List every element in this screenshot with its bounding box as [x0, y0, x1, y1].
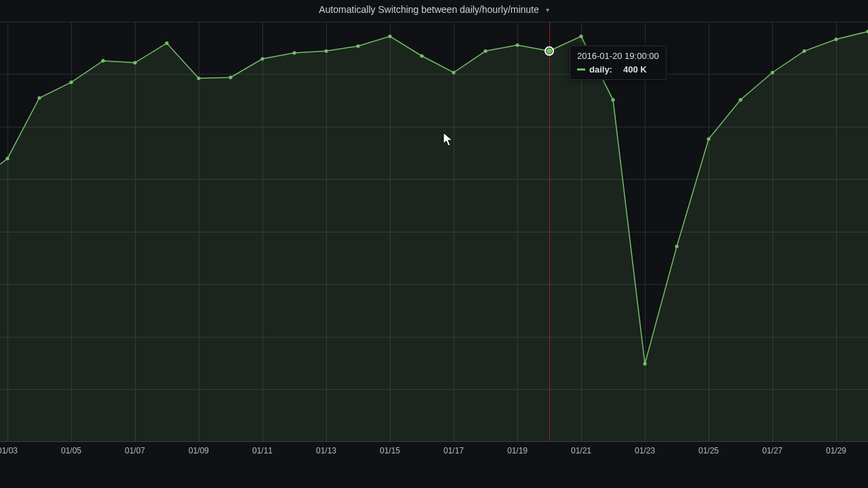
svg-point-30 — [197, 77, 200, 80]
chevron-down-icon: ▾ — [546, 6, 549, 14]
tooltip-swatch — [577, 68, 585, 70]
x-tick-label: 01/19 — [507, 446, 528, 455]
chart-svg[interactable] — [0, 22, 868, 442]
svg-point-39 — [484, 49, 487, 53]
tooltip: 2016-01-20 19:00:00 daily: 400 K — [570, 45, 667, 80]
x-tick-label: 01/05 — [61, 446, 81, 455]
x-axis: 01/0301/0501/0701/0901/1101/1301/1501/17… — [0, 446, 868, 461]
tooltip-series-label: daily: — [589, 64, 612, 76]
svg-point-42 — [579, 35, 583, 38]
x-tick-label: 01/15 — [380, 446, 400, 455]
x-tick-label: 01/21 — [571, 446, 591, 455]
svg-point-52 — [547, 48, 552, 54]
svg-point-33 — [292, 52, 296, 55]
svg-point-29 — [165, 41, 168, 45]
x-tick-label: 01/27 — [762, 446, 783, 455]
svg-point-46 — [707, 137, 710, 140]
svg-point-35 — [356, 44, 359, 47]
x-tick-label: 01/29 — [826, 446, 846, 455]
svg-point-32 — [260, 57, 264, 60]
tooltip-time: 2016-01-20 19:00:00 — [577, 50, 659, 62]
svg-point-34 — [324, 49, 328, 53]
x-tick-label: 01/03 — [0, 446, 18, 455]
svg-point-24 — [5, 157, 9, 160]
svg-point-27 — [101, 59, 104, 62]
x-tick-label: 01/13 — [316, 446, 336, 455]
svg-point-40 — [515, 43, 519, 47]
x-tick-label: 01/17 — [443, 446, 464, 455]
x-tick-label: 01/09 — [189, 446, 209, 455]
tooltip-value: 400 K — [623, 64, 647, 76]
svg-point-25 — [37, 96, 41, 100]
svg-point-47 — [738, 98, 742, 102]
svg-point-50 — [834, 37, 837, 41]
x-tick-label: 01/07 — [125, 446, 145, 455]
x-tick-label: 01/11 — [252, 446, 273, 455]
svg-point-37 — [420, 54, 423, 58]
svg-point-36 — [388, 35, 391, 38]
svg-point-45 — [675, 245, 678, 248]
svg-point-26 — [69, 81, 73, 84]
svg-point-38 — [452, 70, 455, 74]
x-tick-label: 01/25 — [698, 446, 719, 455]
panel-title[interactable]: Automatically Switching between daily/ho… — [0, 4, 868, 15]
svg-point-49 — [802, 49, 806, 53]
series-area — [0, 31, 868, 442]
svg-point-44 — [643, 362, 646, 365]
plot-area[interactable] — [0, 22, 868, 442]
chart-panel: Automatically Switching between daily/ho… — [0, 0, 868, 488]
svg-point-43 — [611, 98, 614, 102]
x-tick-label: 01/23 — [635, 446, 655, 455]
panel-title-text: Automatically Switching between daily/ho… — [319, 4, 539, 15]
svg-point-48 — [770, 70, 774, 74]
svg-point-31 — [229, 76, 232, 79]
svg-point-28 — [133, 61, 136, 64]
